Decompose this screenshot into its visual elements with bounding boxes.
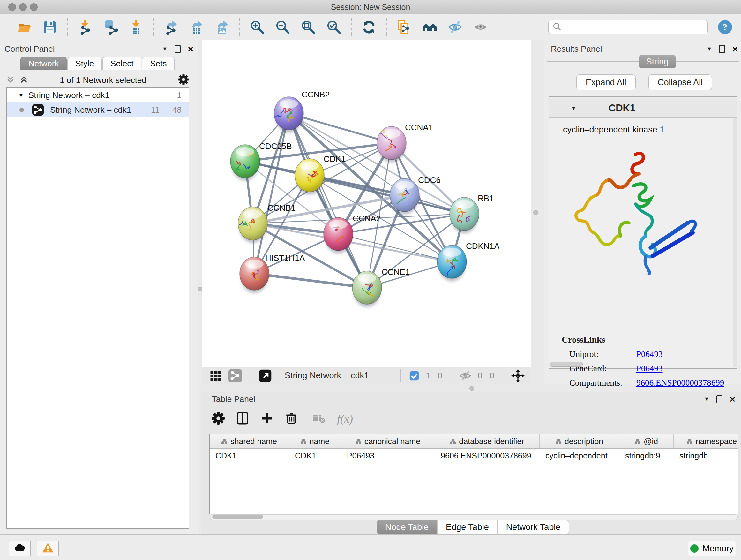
search-input[interactable] [561,22,704,32]
scrollbar-thumb[interactable] [212,515,263,519]
tab-string[interactable]: String [639,55,676,68]
crosslink-value-link[interactable]: 9606.ENSP00000378699 [636,378,724,388]
left-splitter[interactable] [198,40,202,384]
node-table[interactable]: shared namenamecanonical namedatabase id… [209,434,738,514]
detach-view-icon[interactable] [258,369,272,383]
expand-tree-icon[interactable] [6,75,15,85]
table-cell[interactable]: stringdb:9... [619,449,674,462]
panel-float-icon[interactable] [175,45,181,53]
network-options-gear-icon[interactable] [178,74,189,86]
network-node[interactable]: HIST1H1A [240,253,305,293]
export-table-button[interactable] [188,19,205,36]
warnings-button[interactable] [37,541,59,557]
zoom-fit-button[interactable] [300,19,317,36]
column-header-shared-name[interactable]: shared name [210,434,289,448]
open-session-button[interactable] [16,19,32,36]
panel-menu-icon[interactable]: ▼ [706,46,712,52]
table-cell[interactable]: CDK1 [210,449,289,462]
grid-view-icon[interactable] [209,369,223,382]
show-hidden-button[interactable] [472,19,489,36]
tab-network-table[interactable]: Network Table [497,520,569,534]
table-horizontal-scrollbar[interactable] [210,514,738,520]
memory-button[interactable]: Memory [688,541,736,557]
hide-selected-button[interactable] [447,19,463,36]
refresh-layout-button[interactable] [360,19,377,36]
column-header-id[interactable]: @id [619,434,674,448]
column-header-canonical-name[interactable]: canonical name [341,434,435,448]
import-network-database-button[interactable] [102,19,119,36]
table-options-gear-icon[interactable] [212,412,225,426]
zoom-out-button[interactable] [274,19,291,36]
show-all-homes-button[interactable] [421,19,438,36]
results-horizontal-scrollbar[interactable] [550,362,583,367]
network-collection-row[interactable]: ▼ String Network – cdk1 1 [7,88,189,103]
right-splitter[interactable] [531,40,544,384]
panel-close-icon[interactable]: × [730,396,735,402]
pan-crosshair-icon[interactable] [511,369,525,383]
network-node[interactable]: CDC25B [230,141,292,181]
export-network-button[interactable] [163,19,179,36]
panel-close-icon[interactable]: × [732,46,738,52]
table-cell[interactable]: CDK1 [289,449,341,462]
splitter-handle[interactable] [533,210,538,215]
collapse-caret-icon[interactable]: ▼ [18,92,24,99]
node-details-header[interactable]: ▼ CDK1 [549,99,737,118]
tab-style[interactable]: Style [67,57,102,70]
cloud-status-button[interactable] [9,541,30,557]
memory-label: Memory [702,544,734,554]
network-edge[interactable] [254,113,289,273]
tab-network[interactable]: Network [20,57,67,70]
tab-node-table[interactable]: Node Table [377,520,437,534]
crosslink-value-link[interactable]: P06493 [636,364,663,374]
import-table-file-button[interactable] [128,19,144,36]
network-node[interactable]: CDKN1A [437,241,500,281]
help-button[interactable]: ? [718,19,733,35]
panel-menu-icon[interactable]: ▼ [704,396,710,402]
expand-all-button[interactable]: Expand All [576,74,636,90]
table-cell[interactable]: P06493 [341,449,435,462]
column-header-database-identifier[interactable]: database identifier [435,434,540,448]
network-canvas[interactable]: CCNB2 CCNA1 CDC25B CDK1 CDC6 RB1 CCNB1 [202,40,531,367]
show-columns-icon[interactable] [235,411,250,427]
network-node[interactable]: CCNB1 [238,203,295,243]
table-row[interactable]: CDK1CDK1P064939606.ENSP00000378699cyclin… [210,449,738,462]
tab-select[interactable]: Select [103,57,141,70]
network-overview-icon[interactable] [228,369,242,382]
save-session-button[interactable] [42,19,58,36]
network-graph[interactable]: CCNB2 CCNA1 CDC25B CDK1 CDC6 RB1 CCNB1 [202,40,531,367]
panel-menu-icon[interactable]: ▼ [162,46,168,52]
delete-column-trash-icon[interactable] [285,412,298,426]
column-header-description[interactable]: description [540,434,619,448]
panel-close-icon[interactable]: × [188,46,193,52]
first-neighbors-button[interactable] [396,19,412,36]
export-image-button[interactable] [214,19,230,36]
hidden-eye-icon[interactable] [459,369,472,382]
table-cell[interactable]: 9606.ENSP00000378699 [435,449,540,462]
import-network-file-button[interactable] [77,19,93,36]
zoom-selected-button[interactable] [326,19,342,36]
selected-checkbox-icon[interactable] [409,370,420,381]
collapse-caret-icon[interactable]: ▼ [570,105,577,112]
tab-edge-table[interactable]: Edge Table [437,520,497,534]
column-header-name[interactable]: name [289,434,341,448]
network-edge[interactable] [254,273,367,288]
panel-float-icon[interactable] [717,395,723,403]
results-vertical-scrollbar[interactable] [733,118,737,367]
panel-float-icon[interactable] [719,45,725,53]
network-row[interactable]: String Network – cdk1 11 48 [7,103,189,117]
zoom-in-button[interactable] [249,19,266,36]
network-node[interactable]: RB1 [450,193,494,233]
network-node[interactable]: CDC6 [390,175,441,214]
network-node[interactable]: CCNE1 [352,267,410,307]
splitter-handle[interactable] [198,287,203,292]
tab-sets[interactable]: Sets [142,57,175,70]
create-column-icon[interactable] [260,412,274,426]
network-node[interactable]: CCNA2 [324,213,381,253]
collapse-tree-icon[interactable] [20,75,28,85]
table-cell[interactable]: stringdb [674,449,738,462]
crosslink-value-link[interactable]: P06493 [636,349,663,359]
splitter-handle[interactable] [469,386,474,391]
collapse-all-button[interactable]: Collapse All [649,74,712,90]
table-cell[interactable]: cyclin–dependent ... [540,449,619,462]
column-header-namespace[interactable]: namespace [674,434,738,448]
